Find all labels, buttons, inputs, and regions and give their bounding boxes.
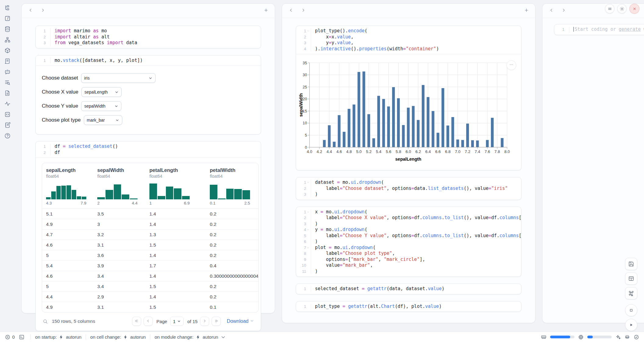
- search-icon[interactable]: [42, 319, 48, 324]
- column-back-button[interactable]: [27, 7, 34, 15]
- fold-icon[interactable]: [306, 209, 310, 215]
- code-line[interactable]: 2 label="Choose X value", options=df.col…: [296, 215, 521, 221]
- keyboard-shortcuts-button[interactable]: [625, 287, 637, 299]
- column-forward-button[interactable]: [299, 7, 307, 15]
- column-back-button[interactable]: [287, 7, 295, 15]
- code-editor-placeholder[interactable]: Start coding or generate with: [569, 27, 644, 33]
- add-cell-button[interactable]: [522, 7, 530, 15]
- sidebar-notebook-pen-button[interactable]: [3, 122, 11, 129]
- sidebar-help-circle-button[interactable]: [3, 133, 11, 140]
- chart-menu-button[interactable]: [506, 60, 516, 70]
- code-cell-plot[interactable]: 1plot_type().encode(2 x=x.value,3 y=y.va…: [296, 26, 521, 170]
- next-page-button[interactable]: [200, 317, 209, 326]
- scratchpad-cell[interactable]: 1 Start coding or generate with: [554, 24, 644, 35]
- sidebar-database-button[interactable]: [3, 26, 11, 33]
- fold-icon[interactable]: [306, 28, 310, 34]
- error-count-indicator[interactable]: 0: [5, 334, 15, 340]
- table-row[interactable]: 4.63.11.50.2setosa: [42, 240, 258, 250]
- code-line[interactable]: 9 options=["mark_bar", "mark_circle"],: [296, 257, 521, 263]
- table-row[interactable]: 4.42.91.40.2setosa: [42, 292, 258, 302]
- x-value-select[interactable]: sepalLength: [81, 87, 122, 97]
- code-cell-selected-dataset[interactable]: 1selected_dataset = getattr(data, datase…: [296, 283, 521, 294]
- table-row[interactable]: 4.93.11.50.1setosa: [42, 302, 258, 312]
- sidebar-code-box-button[interactable]: [3, 112, 11, 118]
- bar-chart-svg[interactable]: 4.04.24.44.64.85.05.25.45.65.86.06.26.46…: [299, 57, 514, 165]
- column-header-sepalLength[interactable]: sepalLengthfloat644.37.9: [42, 167, 93, 205]
- code-line[interactable]: 11): [296, 269, 521, 275]
- column-header-petalWidth[interactable]: petalWidthfloat640.12.5: [206, 167, 259, 205]
- last-page-button[interactable]: [212, 317, 221, 326]
- sidebar-activity-button[interactable]: [3, 101, 11, 108]
- code-line[interactable]: 3): [296, 191, 521, 198]
- sidebar-hierarchy-button[interactable]: [3, 37, 11, 44]
- code-line[interactable]: 1df = selected_dataset(): [36, 144, 261, 150]
- code-line[interactable]: 4).interactive().properties(width="conta…: [296, 46, 521, 52]
- fold-icon[interactable]: [306, 180, 310, 186]
- code-line[interactable]: 1dataset = mo.ui.dropdown(: [296, 180, 521, 186]
- settings-button[interactable]: [617, 4, 627, 13]
- panel-layout-button[interactable]: [625, 273, 637, 285]
- y-value-select[interactable]: sepalWidth: [81, 101, 121, 111]
- save-button[interactable]: [625, 258, 637, 270]
- code-line[interactable]: 2 label="Choose dataset", options=data.l…: [296, 186, 521, 192]
- code-line[interactable]: 1plot_type().encode(: [296, 28, 521, 34]
- download-button[interactable]: Download: [227, 319, 254, 324]
- terminal-button[interactable]: [19, 334, 24, 340]
- code-line[interactable]: 1plot_type = getattr(alt.Chart(df), plot…: [296, 304, 521, 310]
- sidebar-scroll-button[interactable]: [3, 58, 11, 65]
- code-cell-vstack[interactable]: 1mo.vstack([dataset, x, y, plot]) Choose…: [35, 55, 261, 135]
- stop-button[interactable]: [625, 304, 637, 316]
- code-line[interactable]: 3): [296, 221, 521, 227]
- copilot-button[interactable]: [624, 334, 630, 340]
- on-startup-setting[interactable]: on startup:autorun: [35, 334, 81, 340]
- code-line[interactable]: 1import marimo as mo: [36, 28, 261, 34]
- sidebar-document-button[interactable]: [3, 90, 11, 97]
- connection-status-button[interactable]: [634, 334, 639, 340]
- table-row[interactable]: 4.63.41.40.30000000000000004setosa: [42, 271, 258, 281]
- sidebar-function-square-button[interactable]: f: [3, 16, 11, 22]
- add-cell-button[interactable]: [262, 7, 270, 15]
- sidebar-list-search-button[interactable]: [3, 80, 11, 86]
- table-row[interactable]: 4.931.40.2setosa: [42, 219, 258, 230]
- code-line[interactable]: 1 Start coding or generate with: [554, 27, 644, 33]
- code-line[interactable]: 3 y=y.value,: [296, 40, 521, 46]
- code-line[interactable]: 2df: [36, 150, 261, 156]
- code-line[interactable]: 1mo.vstack([dataset, x, y, plot]): [36, 58, 261, 64]
- table-row[interactable]: 53.61.40.2setosa: [42, 250, 258, 261]
- table-row[interactable]: 5.13.51.40.2setosa: [42, 209, 258, 219]
- code-cell-imports[interactable]: 1import marimo as mo2import altair as al…: [35, 26, 261, 48]
- table-row[interactable]: 53.41.50.2setosa: [42, 281, 258, 292]
- fold-icon[interactable]: [306, 245, 310, 251]
- page-select[interactable]: 1: [170, 317, 184, 326]
- dataset-select[interactable]: iris: [81, 73, 156, 83]
- sidebar-file-tree-button[interactable]: [3, 5, 11, 12]
- code-line[interactable]: 1x = mo.ui.dropdown(: [296, 209, 521, 215]
- sidebar-bot-chat-button[interactable]: [3, 69, 11, 76]
- run-button[interactable]: [625, 319, 637, 331]
- column-forward-button[interactable]: [560, 7, 567, 15]
- table-row[interactable]: 4.73.21.30.2setosa: [42, 230, 258, 240]
- prev-page-button[interactable]: [144, 317, 153, 326]
- column-header-petalLength[interactable]: petalLengthfloat6416.9: [145, 167, 206, 205]
- generate-ai-link[interactable]: generate: [619, 27, 641, 32]
- ai-assistant-button[interactable]: [615, 334, 621, 340]
- code-line[interactable]: 10 value="mark_bar",: [296, 262, 521, 269]
- plot-type-select[interactable]: mark_bar: [84, 115, 122, 125]
- code-line[interactable]: 2import altair as alt: [36, 34, 261, 40]
- code-cell-dataframe[interactable]: 1df = selected_dataset()2df sepalLengthf…: [35, 141, 261, 331]
- sidebar-package-button[interactable]: [3, 48, 11, 54]
- code-line[interactable]: 7plot = mo.ui.dropdown(: [296, 245, 521, 251]
- code-line[interactable]: 3from vega_datasets import data: [36, 40, 261, 46]
- code-line[interactable]: 6): [296, 239, 521, 245]
- table-row[interactable]: 5.43.91.70.4setosa: [42, 261, 258, 271]
- code-line[interactable]: 8 label="Choose plot type",: [296, 251, 521, 257]
- on-module-change-setting[interactable]: on module change:autorun: [155, 334, 226, 340]
- code-line[interactable]: 5 label="Choose Y value", options=df.col…: [296, 233, 521, 239]
- column-header-sepalWidth[interactable]: sepalWidthfloat6424.4: [93, 167, 145, 205]
- code-line[interactable]: 1selected_dataset = getattr(data, datase…: [296, 286, 521, 292]
- code-cell-dataset-dropdown[interactable]: 1dataset = mo.ui.dropdown(2 label="Choos…: [296, 177, 521, 200]
- on-cell-change-setting[interactable]: on cell change:autorun: [90, 334, 146, 340]
- code-line[interactable]: 4y = mo.ui.dropdown(: [296, 227, 521, 233]
- code-cell-xyplot-dropdowns[interactable]: 1x = mo.ui.dropdown(2 label="Choose X va…: [296, 207, 521, 277]
- close-panel-button[interactable]: [629, 4, 639, 14]
